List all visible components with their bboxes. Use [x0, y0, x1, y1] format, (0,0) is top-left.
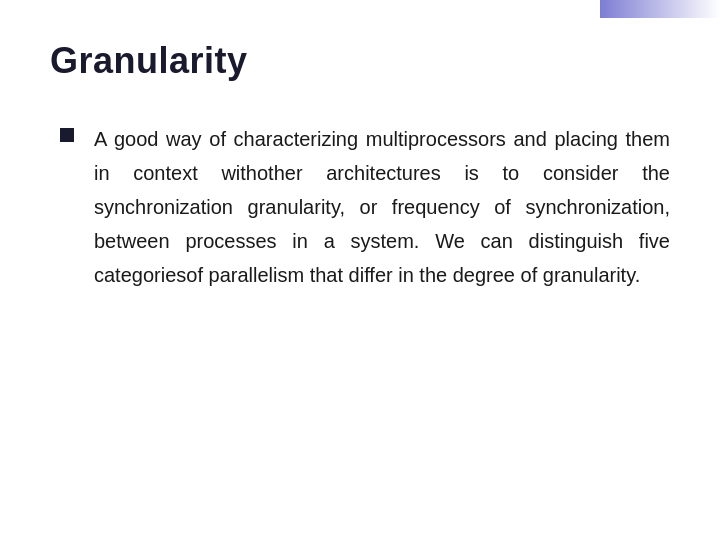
top-decoration: [600, 0, 720, 18]
slide-container: Granularity A good way of characterizing…: [0, 0, 720, 540]
slide-title: Granularity: [50, 40, 670, 82]
bullet-icon: [60, 128, 74, 142]
content-area: A good way of characterizing multiproces…: [50, 122, 670, 292]
bullet-text: A good way of characterizing multiproces…: [94, 122, 670, 292]
